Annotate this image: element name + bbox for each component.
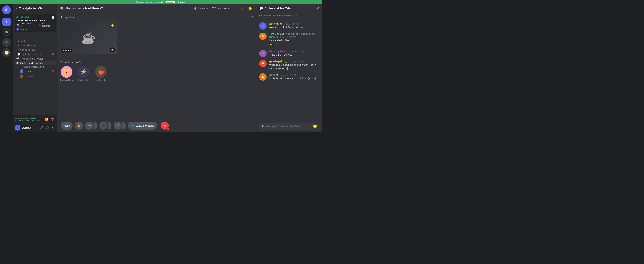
channel-name-self-care-tips: self-care-tips [20, 48, 35, 51]
pls-hydrated-avatar: 💧 [259, 50, 266, 57]
speaker-star-badge: ⭐ [110, 23, 115, 28]
voice-channel-name-coffee-tea: Coffee and Tea Talks [20, 62, 44, 64]
mic-btn-group: 🎤 ˅ [114, 122, 126, 130]
guild-header[interactable]: ✓ The Hydration Club ˅ [13, 4, 57, 13]
sunn-avatar-2: S [259, 73, 266, 81]
hashtag-icon: # [18, 40, 19, 43]
chat-input-area: ⊕ 🙂 [256, 121, 322, 132]
screen-share-stage-button[interactable]: ⬛ [99, 122, 108, 130]
emoji-picker-icon[interactable]: 🙂 [313, 124, 317, 128]
chisme-name: chisme [24, 70, 32, 73]
pls-hydrated-text: That's pure madness [268, 53, 319, 57]
voice-connected-label: Voice Connected [20, 117, 36, 119]
channel-name-water-drinkers: water-drinkers [20, 44, 36, 47]
add-server-button[interactable]: + [2, 38, 11, 47]
channel-name-chat: chat [20, 40, 25, 43]
accept-button[interactable]: Accept [166, 1, 175, 3]
reaction-smile[interactable]: 😄 1 [268, 43, 276, 47]
captain-nelly-name: Captain Nelly [60, 79, 73, 81]
sunn-leaf-2: 🍃 [276, 73, 279, 76]
chismille-name: chismille [24, 75, 34, 78]
voice-user-chismille[interactable]: ch chismille [15, 74, 56, 79]
collapsed-channel-placeholder [15, 34, 56, 38]
audience-member-earl-grey[interactable]: 🫖 Earl Grey the ... [94, 66, 108, 84]
mic-stage-button[interactable]: 🎤 [114, 122, 122, 130]
camera-button[interactable]: 📷 [85, 122, 93, 130]
live-card: ✕ LIVE NOW Hot Drinks or Iced Drinks? 📢 … [15, 14, 56, 32]
explore-icon[interactable]: 🧭 [2, 48, 11, 57]
live-dot [16, 16, 18, 18]
message-sunn-1: S ↩ @Caffeinator No one likes hot Energy… [259, 32, 319, 47]
user-actions: 🎤 🎧 ⚙ [39, 125, 56, 130]
voice-channel-sound-of-water-header[interactable]: 📢 The Sound of Water [15, 56, 56, 61]
audience-grid: 🐱 Captain Nelly ⚡ Caffeinator 🫖 [60, 66, 253, 84]
username-label: wumpus [22, 126, 37, 129]
caffeinator-msg-header: Caffeinator Today at 4:10 PM [268, 22, 319, 25]
voice-channel-coffee-tea: 📢 Coffee and Tea Talks Hot Drinks or Ice… [15, 61, 56, 79]
speaker-name-label: chisme [62, 49, 72, 52]
disconnect-btn-wrapper: ✕ ˅ [160, 122, 169, 130]
pls-hydrated-author: pls be hydrated [268, 50, 287, 53]
splashspekt-timestamp: Today at 4:37 PM [289, 60, 304, 63]
channel-item-chat[interactable]: # chat [15, 39, 56, 43]
screen-share-arrow-button[interactable]: ˅ [108, 122, 112, 130]
leave-stage-button[interactable]: 👥 Leave the Stage [128, 122, 157, 130]
discord-home-icon[interactable]: ⊞ [2, 5, 11, 14]
camera-arrow-button[interactable]: ˅ [94, 122, 97, 130]
chat-message-input[interactable] [266, 125, 312, 128]
sunn-header-2: Sunn 🍃 Today at 4:54 PM [268, 73, 319, 76]
speakers-chevron-icon[interactable]: ˅ [252, 16, 253, 19]
server-icon-other[interactable]: 🧿 [2, 28, 11, 36]
sunn-msg-text-1: that's called coffee [268, 39, 319, 42]
speaker-mute-icon: 🔇 [110, 47, 115, 52]
mute-button[interactable]: 🎤 [39, 125, 44, 130]
speaker-card-image: ☕ [81, 31, 96, 45]
chismille-avatar: ch [20, 74, 24, 78]
main-layout: ⊞ 🧿 + 🧭 ✓ The Hydration Club ˅ ✕ [0, 4, 322, 132]
invite-stage-button[interactable]: Invite [61, 122, 73, 130]
deafen-button[interactable]: 🎧 [45, 125, 50, 130]
hashtag-icon-2: # [18, 44, 19, 47]
chat-panel-icon: 💬 [259, 6, 263, 10]
sunn-text-2: this is the stuff clouds are made of (wa… [268, 77, 319, 80]
mic-arrow-button[interactable]: ˅ [122, 122, 126, 130]
caffeinator-msg-avatar: ⚡ [259, 22, 266, 30]
chat-intro-text: toss it in the fridge and it's cold agai… [259, 14, 319, 19]
voice-channel-sound-of-water: 📢 The Sound of Water [15, 56, 56, 61]
raise-hand-button[interactable]: ✋ [75, 122, 83, 130]
stage-header: 📢 Hot Drinks or Iced Drinks? 1 speaking … [57, 4, 256, 13]
raise-hand-header-button[interactable]: ✋ [247, 5, 253, 11]
channel-item-hydration-stories[interactable]: 💬 hydration-stories 1 [15, 52, 56, 56]
disconnect-arrow-icon: ˅ [166, 127, 170, 130]
voice-signal-button[interactable]: 📶 [44, 117, 49, 122]
voice-left: Voice Connected Coffee and Tea Talks / T… [15, 117, 44, 122]
voice-user-chisme[interactable]: c chisme 🔇 [15, 69, 56, 73]
live-close-button[interactable]: ✕ [52, 16, 54, 19]
sunn-timestamp-1: Today at 4:10 PM [280, 36, 296, 38]
audience-member-caffeinator[interactable]: ⚡ Caffeinator [78, 66, 89, 84]
chat-panel-title: Coffee and Tea Talks [265, 7, 314, 10]
channel-item-water-drinkers[interactable]: # water-drinkers [15, 43, 56, 48]
voice-channel-coffee-tea-header[interactable]: 📢 Coffee and Tea Talks [15, 61, 56, 65]
audience-chevron-icon[interactable]: ˅ [252, 60, 253, 64]
channel-item-self-care-tips[interactable]: # self-care-tips [15, 48, 56, 52]
live-card-meta: 📢 Coffee and Tea T... · 🎧 3 in audience [16, 22, 54, 27]
add-attachment-icon[interactable]: ⊕ [262, 124, 264, 128]
earl-grey-name: Earl Grey the ... [94, 79, 108, 84]
decline-button[interactable]: Decline [177, 1, 186, 3]
caffeinator-name: Caffeinator [78, 79, 88, 81]
stage-title: Hot Drinks or Iced Drinks? [66, 7, 192, 10]
audience-member-captain-nelly[interactable]: 🐱 Captain Nelly [60, 66, 73, 84]
sunn-content-2: Sunn 🍃 Today at 4:54 PM this is the stuf… [268, 73, 319, 81]
screen-share-button[interactable]: ⬛ [239, 5, 245, 11]
pls-hydrated-header: pls be hydrated Today at 4:10 PM [268, 50, 319, 53]
server-icon-hydration[interactable] [2, 17, 11, 26]
audience-section-title: Audience — 3 [60, 61, 80, 64]
chat-close-button[interactable]: ✕ [316, 6, 319, 10]
voice-status-row: Voice Connected Coffee and Tea Talks / T… [15, 117, 55, 122]
user-settings-button[interactable]: ⚙ [50, 125, 56, 130]
more-options-button[interactable]: ··· [231, 5, 237, 11]
voice-disconnect-phone-button[interactable]: 📵 [50, 117, 55, 122]
sunn-msg-header: Sunn 🍃 Today at 4:10 PM [268, 35, 319, 38]
caffeinator-avatar: ⚡ [78, 66, 89, 78]
